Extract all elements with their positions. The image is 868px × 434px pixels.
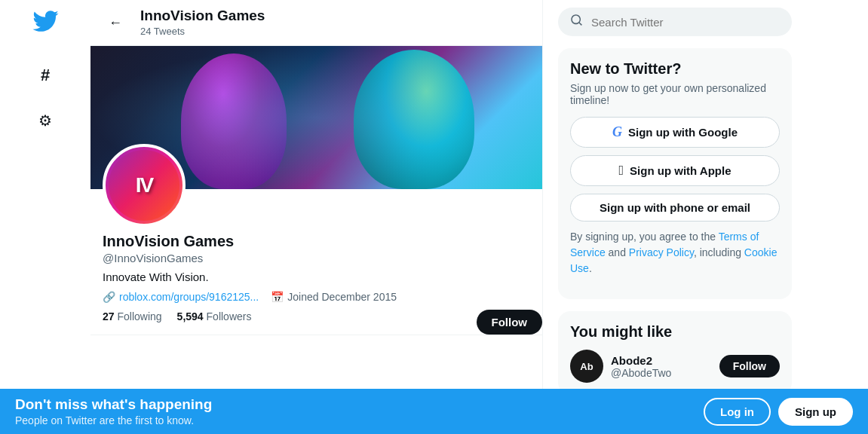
link-icon: 🔗 — [103, 291, 115, 303]
settings-nav[interactable]: ⚙ — [30, 105, 60, 136]
bottom-signup-button[interactable]: Sign up — [778, 398, 853, 426]
following-label: Following — [117, 310, 161, 322]
search-input[interactable] — [591, 16, 780, 29]
calendar-icon: 📅 — [271, 291, 284, 303]
bottom-banner-text: Don't miss what's happening People on Tw… — [15, 396, 212, 426]
explore-nav[interactable]: # — [30, 60, 60, 90]
signup-apple-button[interactable]:  Sign up with Apple — [570, 155, 780, 186]
apple-icon:  — [618, 163, 624, 179]
main-content: ← InnoVision Games 24 Tweets IV — [90, 0, 543, 389]
joined-text: Joined December 2015 — [287, 291, 397, 303]
avatar: IV — [103, 144, 186, 227]
bottom-banner: Don't miss what's happening People on Tw… — [0, 389, 868, 434]
follow-button[interactable]: Follow — [477, 310, 543, 335]
suggestion-name: Abode2 — [611, 354, 712, 367]
new-to-twitter-subtitle: Sign up now to get your own personalized… — [570, 82, 780, 106]
followers-stat[interactable]: 5,594 Followers — [177, 310, 252, 322]
you-might-like-title: You might like — [570, 323, 780, 341]
avatar-inner: IV — [109, 150, 179, 221]
main-layout: # ⚙ ← InnoVision Games 24 Tweets — [0, 0, 868, 389]
following-stat[interactable]: 27 Following — [103, 310, 162, 322]
signup-apple-label: Sign up with Apple — [630, 164, 731, 177]
right-sidebar: New to Twitter? Sign up now to get your … — [543, 0, 807, 389]
profile-nav-info: InnoVision Games 24 Tweets — [140, 8, 265, 38]
followers-label: Followers — [207, 310, 252, 322]
google-icon: G — [612, 124, 622, 140]
profile-nav: ← InnoVision Games 24 Tweets — [90, 0, 542, 46]
terms-prefix: By signing up, you agree to the — [570, 231, 719, 243]
joined-meta: 📅 Joined December 2015 — [271, 291, 397, 303]
profile-nav-tweets: 24 Tweets — [140, 26, 185, 37]
terms-text: By signing up, you agree to the Terms of… — [570, 229, 780, 277]
gear-icon: ⚙ — [38, 112, 52, 130]
avatar-follow-row: IV Follow — [103, 189, 530, 227]
terms-and: and — [606, 246, 629, 258]
suggestion-handle: @AbodeTwo — [611, 367, 712, 379]
suggestion-avatar: Ab — [570, 350, 603, 383]
profile-stats: 27 Following 5,594 Followers — [103, 310, 530, 322]
you-might-like-panel: You might like Ab Abode2 @AbodeTwo Follo… — [558, 311, 792, 389]
signup-google-label: Sign up with Google — [628, 126, 738, 139]
terms-suffix: , including — [694, 246, 744, 258]
back-button[interactable]: ← — [103, 10, 128, 35]
profile-name: InnoVision Games — [103, 233, 530, 250]
suggestion-item: Ab Abode2 @AbodeTwo Follow — [570, 350, 780, 383]
signup-email-button[interactable]: Sign up with phone or email — [570, 194, 780, 222]
privacy-link[interactable]: Privacy Policy — [629, 246, 694, 258]
twitter-logo[interactable] — [32, 8, 59, 38]
sidebar: # ⚙ — [0, 0, 90, 389]
bottom-banner-headline: Don't miss what's happening — [15, 396, 212, 413]
bottom-login-button[interactable]: Log in — [704, 398, 771, 426]
terms-end: . — [589, 262, 592, 274]
website-meta: 🔗 roblox.com/groups/9162125... — [103, 291, 259, 303]
bottom-banner-buttons: Log in Sign up — [704, 398, 853, 426]
new-to-twitter-title: New to Twitter? — [570, 60, 780, 78]
back-arrow-icon: ← — [109, 15, 122, 31]
avatar-wrapper: IV — [103, 144, 186, 227]
profile-meta: 🔗 roblox.com/groups/9162125... 📅 Joined … — [103, 291, 530, 303]
profile-bio: Innovate With Vision. — [103, 270, 530, 283]
profile-nav-name: InnoVision Games — [140, 8, 265, 24]
following-count: 27 — [103, 310, 115, 322]
signup-email-label: Sign up with phone or email — [600, 201, 750, 214]
suggestion-avatar-text: Ab — [580, 361, 593, 372]
profile-info-area: IV Follow InnoVision Games @InnoVisionGa… — [90, 189, 542, 335]
bottom-banner-subtext: People on Twitter are the first to know. — [15, 414, 212, 426]
signup-google-button[interactable]: G Sign up with Google — [570, 117, 780, 148]
suggestion-info: Abode2 @AbodeTwo — [611, 354, 712, 379]
hashtag-icon: # — [41, 66, 50, 85]
followers-count: 5,594 — [177, 310, 204, 322]
suggestion-follow-button[interactable]: Follow — [719, 355, 780, 377]
profile-handle: @InnoVisionGames — [103, 252, 530, 264]
website-link[interactable]: roblox.com/groups/9162125... — [119, 291, 259, 303]
search-icon — [570, 14, 584, 30]
search-bar — [558, 8, 792, 36]
new-to-twitter-panel: New to Twitter? Sign up now to get your … — [558, 48, 792, 299]
